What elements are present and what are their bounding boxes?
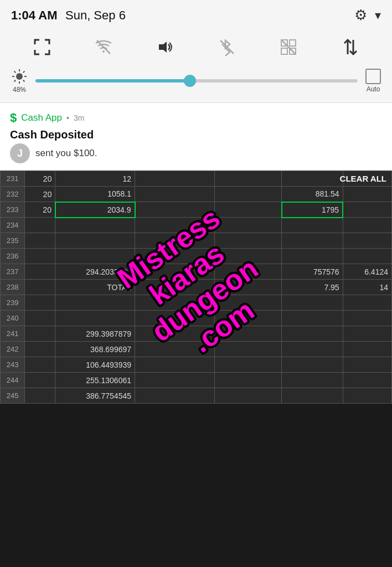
- table-cell[interactable]: [214, 202, 282, 218]
- table-cell[interactable]: [214, 171, 282, 187]
- table-cell[interactable]: 237: [1, 264, 25, 280]
- table-cell[interactable]: [282, 326, 343, 342]
- table-cell[interactable]: [343, 295, 391, 311]
- table-cell[interactable]: 6.4124: [343, 264, 391, 280]
- table-cell[interactable]: [25, 264, 55, 280]
- table-cell[interactable]: [282, 249, 343, 264]
- table-cell[interactable]: [25, 357, 55, 373]
- table-cell[interactable]: 236: [1, 249, 25, 264]
- table-cell[interactable]: [135, 280, 215, 295]
- nfc-off-icon[interactable]: [276, 35, 301, 59]
- table-cell[interactable]: [343, 187, 391, 202]
- table-cell[interactable]: [55, 218, 135, 233]
- table-cell[interactable]: [135, 233, 215, 249]
- table-cell[interactable]: 881.54: [282, 187, 343, 202]
- table-cell[interactable]: [135, 295, 215, 311]
- table-cell[interactable]: [214, 218, 282, 233]
- table-cell[interactable]: [214, 326, 282, 342]
- table-cell[interactable]: 234: [1, 218, 25, 233]
- table-cell[interactable]: 244: [1, 373, 25, 388]
- table-cell[interactable]: [55, 295, 135, 311]
- auto-rotate-button[interactable]: Auto: [365, 69, 381, 93]
- table-cell[interactable]: [55, 311, 135, 326]
- table-cell[interactable]: [282, 295, 343, 311]
- table-cell[interactable]: 12: [55, 171, 135, 187]
- table-cell[interactable]: 1795: [282, 202, 343, 218]
- table-cell[interactable]: [343, 202, 391, 218]
- data-transfer-icon[interactable]: [338, 35, 362, 59]
- volume-icon[interactable]: [153, 35, 177, 59]
- table-cell[interactable]: [343, 373, 391, 388]
- table-cell[interactable]: [135, 218, 215, 233]
- table-cell[interactable]: [214, 280, 282, 295]
- table-cell[interactable]: 240: [1, 311, 25, 326]
- table-cell[interactable]: [282, 373, 343, 388]
- table-cell[interactable]: 239: [1, 295, 25, 311]
- table-cell[interactable]: [214, 249, 282, 264]
- table-cell[interactable]: [343, 249, 391, 264]
- table-cell[interactable]: [55, 233, 135, 249]
- table-cell[interactable]: [25, 249, 55, 264]
- table-cell[interactable]: 2034.9: [55, 202, 135, 218]
- table-cell[interactable]: [135, 187, 215, 202]
- table-cell[interactable]: [135, 326, 215, 342]
- table-cell[interactable]: [135, 388, 215, 404]
- table-cell[interactable]: [135, 342, 215, 357]
- table-cell[interactable]: [282, 388, 343, 404]
- table-cell[interactable]: [282, 233, 343, 249]
- table-cell[interactable]: 20: [25, 202, 55, 218]
- table-cell[interactable]: 20: [25, 171, 55, 187]
- table-cell[interactable]: [214, 187, 282, 202]
- table-cell[interactable]: [214, 373, 282, 388]
- table-cell[interactable]: [135, 171, 215, 187]
- table-cell[interactable]: [135, 202, 215, 218]
- table-cell[interactable]: [25, 326, 55, 342]
- table-cell[interactable]: [343, 357, 391, 373]
- table-cell[interactable]: [214, 233, 282, 249]
- table-cell[interactable]: 245: [1, 388, 25, 404]
- table-cell[interactable]: 386.7754545: [55, 388, 135, 404]
- table-cell[interactable]: [25, 218, 55, 233]
- table-cell[interactable]: [135, 249, 215, 264]
- table-cell[interactable]: 232: [1, 187, 25, 202]
- table-cell[interactable]: [55, 249, 135, 264]
- table-cell[interactable]: 235: [1, 233, 25, 249]
- table-cell[interactable]: [214, 388, 282, 404]
- table-cell[interactable]: [135, 264, 215, 280]
- bluetooth-off-icon[interactable]: [215, 35, 239, 59]
- table-cell[interactable]: [214, 357, 282, 373]
- table-cell[interactable]: [214, 342, 282, 357]
- table-cell[interactable]: 20: [25, 187, 55, 202]
- table-cell[interactable]: 243: [1, 357, 25, 373]
- table-cell[interactable]: [25, 311, 55, 326]
- table-cell[interactable]: [343, 311, 391, 326]
- table-cell[interactable]: [343, 342, 391, 357]
- table-cell[interactable]: 1058.1: [55, 187, 135, 202]
- table-cell[interactable]: [25, 233, 55, 249]
- table-cell[interactable]: 14: [343, 280, 391, 295]
- table-cell[interactable]: 238: [1, 280, 25, 295]
- table-cell[interactable]: [282, 311, 343, 326]
- table-cell[interactable]: [25, 342, 55, 357]
- table-cell[interactable]: TOTAL: [55, 280, 135, 295]
- table-cell[interactable]: 106.4493939: [55, 357, 135, 373]
- table-cell[interactable]: 757576: [282, 264, 343, 280]
- table-cell[interactable]: [343, 326, 391, 342]
- table-cell[interactable]: [25, 373, 55, 388]
- table-cell[interactable]: 242: [1, 342, 25, 357]
- table-cell[interactable]: 368.699697: [55, 342, 135, 357]
- wifi-off-icon[interactable]: [91, 35, 116, 59]
- table-cell[interactable]: [214, 311, 282, 326]
- table-cell[interactable]: [282, 218, 343, 233]
- table-cell[interactable]: [135, 311, 215, 326]
- table-cell[interactable]: 299.3987879: [55, 326, 135, 342]
- table-cell[interactable]: [135, 373, 215, 388]
- table-cell[interactable]: [214, 295, 282, 311]
- table-cell[interactable]: 294.2033333: [55, 264, 135, 280]
- table-cell[interactable]: [343, 388, 391, 404]
- table-cell[interactable]: [282, 171, 343, 187]
- table-cell[interactable]: [214, 264, 282, 280]
- settings-icon[interactable]: ⚙: [354, 7, 367, 24]
- clear-all-button[interactable]: CLEAR ALL: [340, 174, 386, 183]
- chevron-down-icon[interactable]: ▾: [375, 8, 381, 23]
